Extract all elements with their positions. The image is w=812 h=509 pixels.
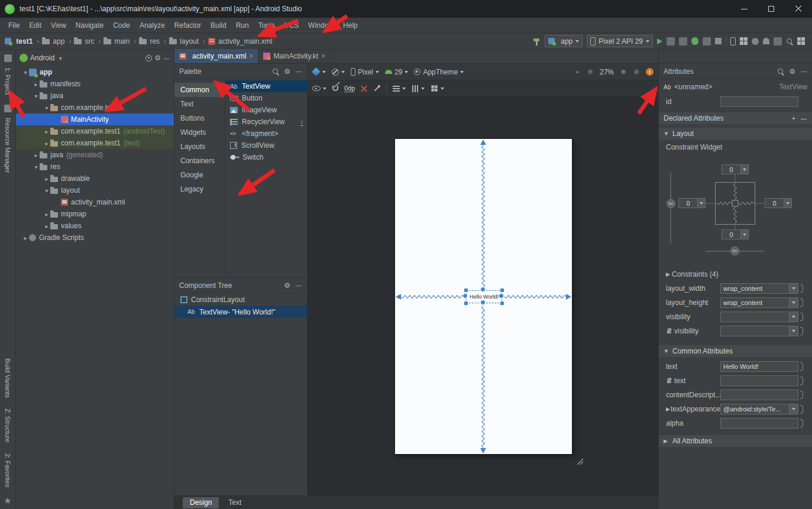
menu-navigate[interactable]: Navigate bbox=[71, 19, 108, 32]
close-button[interactable] bbox=[785, 0, 812, 18]
breadcrumb-file[interactable]: activity_main.xml bbox=[208, 37, 272, 46]
device-canvas[interactable]: Hello World! bbox=[395, 139, 572, 454]
breadcrumb-src[interactable]: src bbox=[74, 37, 94, 46]
api-version-select[interactable]: 29 bbox=[385, 68, 408, 76]
search-icon[interactable] bbox=[777, 68, 784, 75]
pack-select[interactable] bbox=[431, 85, 444, 92]
component-tree-constraintlayout[interactable]: ConstraintLayout bbox=[174, 293, 307, 306]
avd-manager-icon[interactable] bbox=[774, 37, 782, 46]
menu-analyze[interactable]: Analyze bbox=[135, 19, 170, 32]
hide-panel-icon[interactable]: — bbox=[163, 55, 170, 61]
resize-handle-nw[interactable] bbox=[464, 288, 468, 292]
tree-row-package-test[interactable]: ▸ com.example.test1 (test) bbox=[16, 137, 174, 149]
orientation-select[interactable] bbox=[332, 69, 345, 76]
remove-attribute-icon[interactable]: — bbox=[800, 115, 807, 122]
default-margins-button[interactable]: 0dp bbox=[344, 85, 355, 92]
layout-section[interactable]: ▼ Layout bbox=[659, 128, 812, 140]
gear-icon[interactable]: ⚙ bbox=[154, 54, 161, 61]
tree-row-layout[interactable]: ▾ layout bbox=[16, 184, 174, 196]
zoom-in-icon[interactable]: ⊕ bbox=[620, 69, 627, 75]
constraint-anchor-left[interactable] bbox=[462, 293, 468, 299]
palette-category-text[interactable]: Text bbox=[174, 97, 225, 111]
declared-attributes-section[interactable]: Declared Attributes + — bbox=[659, 112, 812, 124]
stop-icon[interactable] bbox=[715, 38, 722, 44]
breadcrumb-main[interactable]: main bbox=[103, 37, 130, 46]
gear-icon[interactable]: ⚙ bbox=[789, 68, 795, 75]
constraint-anchor-bottom[interactable] bbox=[480, 300, 486, 305]
menu-view[interactable]: View bbox=[46, 19, 71, 32]
margin-right-select[interactable]: 0 bbox=[765, 198, 792, 208]
margin-top-select[interactable]: 0 bbox=[722, 164, 749, 174]
palette-category-common[interactable]: Common bbox=[174, 83, 225, 97]
warnings-icon[interactable]: ! bbox=[646, 68, 654, 76]
text-appearance-select[interactable]: @android:style/Te... bbox=[720, 404, 798, 414]
margin-left-select[interactable]: 0 bbox=[678, 198, 706, 208]
tree-row-manifests[interactable]: ▸ manifests bbox=[16, 78, 174, 90]
breadcrumb-layout[interactable]: layout bbox=[169, 37, 199, 46]
tab-text[interactable]: Text bbox=[221, 497, 248, 508]
tab-design[interactable]: Design bbox=[183, 497, 219, 508]
id-input[interactable] bbox=[720, 96, 798, 107]
menu-window[interactable]: Window bbox=[303, 19, 338, 32]
chevron-down-icon[interactable]: ▾ bbox=[33, 93, 40, 99]
menu-help[interactable]: Help bbox=[338, 19, 363, 32]
resource-manager-tool-icon[interactable] bbox=[4, 105, 12, 112]
resource-flag-icon[interactable] bbox=[800, 299, 803, 307]
constraint-anchor-right[interactable] bbox=[499, 293, 504, 299]
constraint-widget-square[interactable] bbox=[715, 182, 755, 225]
resource-flag-icon[interactable] bbox=[800, 362, 803, 371]
breadcrumb-res[interactable]: res bbox=[139, 37, 160, 46]
chevron-down-icon[interactable]: ▾ bbox=[43, 187, 50, 194]
hide-panel-icon[interactable]: — bbox=[800, 68, 807, 74]
chevron-down-icon[interactable]: ▾ bbox=[43, 105, 50, 111]
search-icon[interactable] bbox=[272, 68, 279, 75]
content-description-input[interactable] bbox=[720, 390, 798, 400]
gear-icon[interactable]: ⚙ bbox=[284, 68, 290, 75]
close-tab-icon[interactable]: × bbox=[321, 53, 325, 60]
constraint-anchor-top[interactable] bbox=[480, 287, 486, 292]
menu-edit[interactable]: Edit bbox=[24, 19, 46, 32]
palette-item-imageview[interactable]: ImageView bbox=[225, 104, 307, 116]
chevron-right-icon[interactable]: ▸ bbox=[43, 211, 50, 218]
profiler-icon[interactable] bbox=[703, 37, 711, 46]
guidelines-select[interactable] bbox=[393, 86, 406, 92]
tool-window-favorites[interactable]: 2: Favorites bbox=[4, 453, 11, 487]
resource-flag-icon[interactable] bbox=[800, 313, 803, 321]
more-actions-icon[interactable]: » bbox=[574, 69, 581, 75]
view-options-select[interactable] bbox=[312, 86, 326, 91]
apply-code-changes-icon[interactable] bbox=[679, 37, 687, 46]
favorites-star-icon[interactable] bbox=[4, 497, 11, 504]
resize-handle-sw[interactable] bbox=[464, 301, 468, 305]
alpha-input[interactable] bbox=[720, 418, 798, 429]
palette-category-google[interactable]: Google bbox=[174, 168, 225, 182]
chevron-right-icon[interactable]: ▸ bbox=[43, 176, 50, 182]
palette-category-layouts[interactable]: Layouts bbox=[174, 140, 225, 154]
apply-changes-icon[interactable] bbox=[667, 37, 675, 46]
hide-panel-icon[interactable]: — bbox=[295, 282, 302, 288]
theme-select[interactable]: AppTheme bbox=[414, 68, 464, 76]
palette-item-fragment[interactable]: <> <fragment> bbox=[225, 128, 307, 140]
breadcrumb-project[interactable]: test1 bbox=[5, 37, 33, 46]
layout-inspector-icon[interactable] bbox=[740, 37, 748, 45]
notifications-icon[interactable] bbox=[763, 38, 769, 44]
tools-text-input[interactable] bbox=[720, 375, 798, 386]
chevron-right-icon[interactable]: ▸ bbox=[33, 81, 40, 87]
layout-width-select[interactable]: wrap_content bbox=[720, 283, 798, 294]
tree-row-mipmap[interactable]: ▸ mipmap bbox=[16, 208, 174, 220]
chevron-down-icon[interactable]: ▾ bbox=[22, 69, 29, 76]
chevron-down-icon[interactable]: ▾ bbox=[57, 55, 64, 61]
align-select[interactable] bbox=[412, 86, 425, 92]
constraints-section-row[interactable]: ▶ Constraints (4) bbox=[659, 267, 812, 281]
palette-item-scrollview[interactable]: ScrollView bbox=[225, 140, 307, 151]
menu-refactor[interactable]: Refactor bbox=[170, 19, 206, 32]
minimize-button[interactable] bbox=[730, 0, 758, 18]
run-configuration-select[interactable]: app bbox=[545, 35, 583, 47]
breadcrumb-app[interactable]: app bbox=[42, 37, 64, 46]
text-input[interactable] bbox=[720, 361, 798, 372]
tree-row-app[interactable]: ▾ app bbox=[16, 66, 174, 78]
clear-constraints-icon[interactable] bbox=[361, 85, 367, 92]
chevron-right-icon[interactable]: ▸ bbox=[43, 223, 50, 229]
tool-window-structure[interactable]: Z: Structure bbox=[4, 409, 11, 442]
resource-flag-icon[interactable] bbox=[800, 284, 803, 293]
tree-row-package-androidtest[interactable]: ▸ com.example.test1 (androidTest) bbox=[16, 125, 174, 137]
